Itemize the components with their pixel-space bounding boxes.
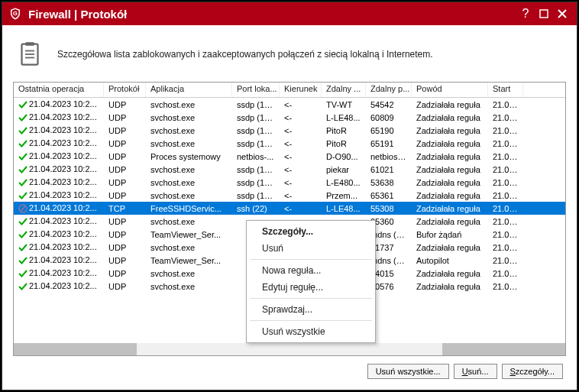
scrollbar-horizontal[interactable] [14, 343, 565, 355]
square-icon [539, 9, 548, 18]
delete-button[interactable]: Usuń... [454, 364, 497, 379]
table-row[interactable]: 21.04.2023 10:2...UDPsvchost.exessdp (19… [14, 111, 565, 124]
col-header-app[interactable]: Aplikacja [146, 83, 232, 97]
shield-icon: G [8, 7, 22, 21]
svg-rect-1 [540, 10, 548, 18]
delete-all-button[interactable]: Usuń wszystkie... [367, 364, 449, 379]
col-header-start[interactable]: Start [488, 83, 523, 97]
help-button[interactable]: ? [517, 5, 534, 22]
menu-delete[interactable]: Usuń [247, 240, 375, 257]
table-row[interactable]: 21.04.2023 10:2...UDPsvchost.exessdp (19… [14, 163, 565, 176]
menu-edit-rule[interactable]: Edytuj regułę... [247, 279, 375, 296]
col-header-op[interactable]: Ostatnia operacja [14, 83, 104, 97]
info-row: Szczegółowa lista zablokowanych i zaakce… [16, 40, 563, 68]
menu-details[interactable]: Szczegóły... [247, 223, 375, 240]
scrollbar-thumb[interactable] [14, 343, 137, 355]
menu-delete-all[interactable]: Usuń wszystkie [247, 323, 375, 340]
table-row[interactable]: 21.04.2023 10:2...UDPsvchost.exessdp (19… [14, 189, 565, 202]
table-row[interactable]: 21.04.2023 10:2...UDPsvchost.exessdp (19… [14, 176, 565, 189]
scrollbar-thumb[interactable] [442, 343, 565, 355]
table-row[interactable]: 21.04.2023 10:2...TCPFreeSSHDServic...ss… [14, 202, 565, 215]
svg-line-8 [21, 206, 26, 212]
table-row[interactable]: 21.04.2023 10:2...UDPsvchost.exessdp (19… [14, 124, 565, 137]
maximize-button[interactable] [535, 5, 552, 22]
grid-header: Ostatnia operacja Protokół Aplikacja Por… [14, 83, 565, 98]
col-header-rport[interactable]: Zdalny p... [366, 83, 412, 97]
context-menu: Szczegóły... Usuń Nowa reguła... Edytuj … [246, 220, 376, 343]
button-row: Usuń wszystkie... Usuń... Szczegóły... [13, 356, 566, 382]
menu-separator [250, 259, 372, 260]
menu-check[interactable]: Sprawdzaj... [247, 301, 375, 318]
col-header-reason[interactable]: Powód [412, 83, 488, 97]
col-header-dir[interactable]: Kierunek [280, 83, 322, 97]
details-button[interactable]: Szczegóły... [502, 364, 564, 379]
title-bar: G Firewall | Protokół ? [2, 2, 577, 25]
col-header-port[interactable]: Port loka... [232, 83, 280, 97]
svg-rect-3 [25, 42, 34, 46]
col-header-proto[interactable]: Protokół [104, 83, 146, 97]
clipboard-icon [16, 40, 44, 68]
table-row[interactable]: 21.04.2023 10:2...UDPProces systemowynet… [14, 150, 565, 163]
table-row[interactable]: 21.04.2023 10:2...UDPsvchost.exessdp (19… [14, 137, 565, 150]
close-icon [558, 9, 567, 18]
menu-separator [250, 298, 372, 299]
col-header-remote[interactable]: Zdalny ... [322, 83, 366, 97]
menu-new-rule[interactable]: Nowa reguła... [247, 262, 375, 279]
table-row[interactable]: 21.04.2023 10:2...UDPsvchost.exessdp (19… [14, 98, 565, 111]
svg-text:G: G [13, 10, 18, 17]
window-title: Firewall | Protokół [28, 8, 516, 21]
close-button[interactable] [554, 5, 571, 22]
menu-separator [250, 320, 372, 321]
info-text: Szczegółowa lista zablokowanych i zaakce… [57, 49, 433, 60]
